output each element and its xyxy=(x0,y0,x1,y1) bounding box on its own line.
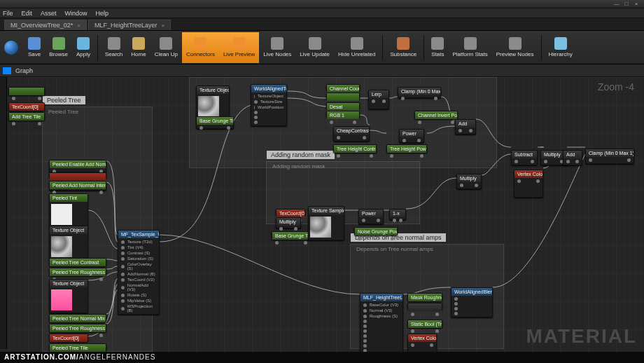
input-pin-icon[interactable] xyxy=(121,286,125,289)
output-pin-icon[interactable] xyxy=(420,154,424,158)
material-graph-canvas[interactable]: Peeled TreePeeled TreeAdding random mask… xyxy=(0,77,644,363)
output-pin-icon[interactable] xyxy=(575,160,579,163)
node-pin-row[interactable] xyxy=(327,120,359,125)
toolbar-hierarchy[interactable]: Hierarchy xyxy=(545,32,577,63)
graph-node[interactable]: Noise Grunge Power xyxy=(354,227,398,235)
input-pin-icon[interactable] xyxy=(337,154,340,158)
node-pin-row[interactable] xyxy=(451,296,492,301)
input-pin-icon[interactable] xyxy=(254,100,258,104)
input-pin-icon[interactable] xyxy=(121,252,125,255)
output-pin-icon[interactable] xyxy=(627,158,631,162)
input-pin-icon[interactable] xyxy=(454,307,458,310)
graph-node[interactable]: Add xyxy=(563,150,582,165)
output-pin-icon[interactable] xyxy=(469,129,472,132)
toolbar-apply[interactable]: Apply xyxy=(72,32,94,63)
output-pin-icon[interactable] xyxy=(435,329,439,333)
graph-node[interactable] xyxy=(326,93,360,100)
node-pin-row[interactable] xyxy=(398,96,440,101)
graph-node[interactable]: MLF_HeightTreeLayerBaseColor (V3)Normal … xyxy=(360,293,403,355)
maximize-button[interactable]: □ xyxy=(622,1,631,8)
graph-node[interactable]: Peeled Tree Roughness Mix xyxy=(49,324,106,332)
menu-file[interactable]: File xyxy=(3,10,13,17)
toolbar-preview-nodes[interactable]: Preview Nodes xyxy=(492,32,538,63)
node-pin-row[interactable] xyxy=(457,183,481,188)
input-pin-icon[interactable] xyxy=(275,241,279,245)
input-pin-icon[interactable] xyxy=(589,158,592,162)
toolbar-clean-up[interactable]: Clean Up xyxy=(150,32,182,63)
node-pin-row[interactable]: TextureSize xyxy=(251,99,286,104)
graph-node[interactable]: Vertex Color xyxy=(514,170,543,198)
toolbar-live-update[interactable]: Live Update xyxy=(295,32,334,63)
output-pin-icon[interactable] xyxy=(38,122,41,125)
output-pin-icon[interactable] xyxy=(227,126,230,130)
graph-node[interactable]: Channel Invert Power xyxy=(414,111,458,119)
toolbar-hide-unrelated[interactable]: Hide Unrelated xyxy=(334,32,379,63)
node-pin-row[interactable] xyxy=(251,110,286,115)
output-pin-icon[interactable] xyxy=(99,191,103,194)
input-pin-icon[interactable] xyxy=(401,97,405,100)
input-pin-icon[interactable] xyxy=(566,160,570,163)
graph-node[interactable]: Add Tree Tile xyxy=(8,112,45,121)
graph-node[interactable]: MF_TexSample_WSTexture (T2d)Tint (V4)Con… xyxy=(118,230,160,315)
toolbar-live-preview[interactable]: Live Preview xyxy=(219,32,259,63)
input-pin-icon[interactable] xyxy=(12,97,15,100)
graph-node[interactable]: Static Bool (True) xyxy=(407,320,442,328)
output-pin-icon[interactable] xyxy=(434,97,438,100)
graph-node[interactable]: Tree Height Power xyxy=(386,144,427,153)
graph-node[interactable]: WorldAlignedTextureTextureObjectTextureS… xyxy=(251,84,287,126)
toolbar-save[interactable]: Save xyxy=(24,32,45,63)
output-pin-icon[interactable] xyxy=(451,121,454,124)
input-pin-icon[interactable] xyxy=(517,179,521,183)
node-pin-row[interactable] xyxy=(360,338,402,343)
input-pin-icon[interactable] xyxy=(458,129,462,132)
input-pin-icon[interactable] xyxy=(337,136,340,139)
output-pin-icon[interactable] xyxy=(370,154,373,158)
input-pin-icon[interactable] xyxy=(121,257,125,261)
node-pin-row[interactable] xyxy=(451,311,492,316)
node-pin-row[interactable] xyxy=(390,218,405,223)
input-pin-icon[interactable] xyxy=(121,299,125,303)
output-pin-icon[interactable] xyxy=(363,136,366,139)
output-pin-icon[interactable] xyxy=(38,97,41,100)
node-pin-row[interactable] xyxy=(456,128,475,133)
node-pin-row[interactable] xyxy=(408,312,442,317)
graph-node[interactable]: Lerp xyxy=(368,90,389,109)
node-pin-row[interactable] xyxy=(272,240,310,245)
node-pin-row[interactable]: AddNormal (B) xyxy=(118,271,159,277)
node-pin-row[interactable]: TextureObject xyxy=(251,93,286,99)
node-pin-row[interactable] xyxy=(360,334,402,338)
node-pin-row[interactable]: WorldPosition xyxy=(251,104,286,110)
node-pin-row[interactable] xyxy=(514,179,542,184)
output-pin-icon[interactable] xyxy=(417,139,421,142)
toolbar-platform-stats[interactable]: Platform Stats xyxy=(448,32,491,63)
toolbar-search[interactable]: Search xyxy=(101,32,127,63)
node-pin-row[interactable] xyxy=(360,343,402,348)
menu-help[interactable]: Help xyxy=(96,10,109,17)
input-pin-icon[interactable] xyxy=(121,294,125,297)
node-pin-row[interactable]: ColorOverlay (S) xyxy=(118,261,159,271)
node-pin-row[interactable]: Normal (V3) xyxy=(360,308,402,313)
node-pin-row[interactable] xyxy=(415,120,457,125)
input-pin-icon[interactable] xyxy=(411,343,414,347)
node-pin-row[interactable] xyxy=(334,135,369,140)
input-pin-icon[interactable] xyxy=(544,160,547,163)
output-pin-icon[interactable] xyxy=(99,334,103,337)
input-pin-icon[interactable] xyxy=(121,246,125,249)
graph-node[interactable]: Texture Object xyxy=(49,226,88,260)
input-pin-icon[interactable] xyxy=(363,339,367,343)
node-pin-row[interactable] xyxy=(355,236,397,241)
node-pin-row[interactable]: Rotate (S) xyxy=(118,292,159,298)
input-pin-icon[interactable] xyxy=(358,237,361,240)
graph-node[interactable]: Texture Object xyxy=(196,85,230,120)
output-pin-icon[interactable] xyxy=(435,313,439,316)
graph-node[interactable]: TexCoord[0] xyxy=(49,334,88,342)
graph-node[interactable]: RGB 1 xyxy=(326,111,360,118)
output-pin-icon[interactable] xyxy=(304,241,307,245)
tab-mi-overview[interactable]: MI_OverviewTree_02* × xyxy=(4,20,87,30)
graph-node[interactable]: Mask Roughness xyxy=(407,293,442,301)
node-pin-row[interactable] xyxy=(369,99,388,104)
node-pin-row[interactable]: MipValue (S) xyxy=(118,298,159,303)
input-pin-icon[interactable] xyxy=(363,303,367,307)
graph-node[interactable]: Subtract xyxy=(511,150,538,165)
graph-node[interactable]: TexCoord[0] xyxy=(276,209,305,216)
